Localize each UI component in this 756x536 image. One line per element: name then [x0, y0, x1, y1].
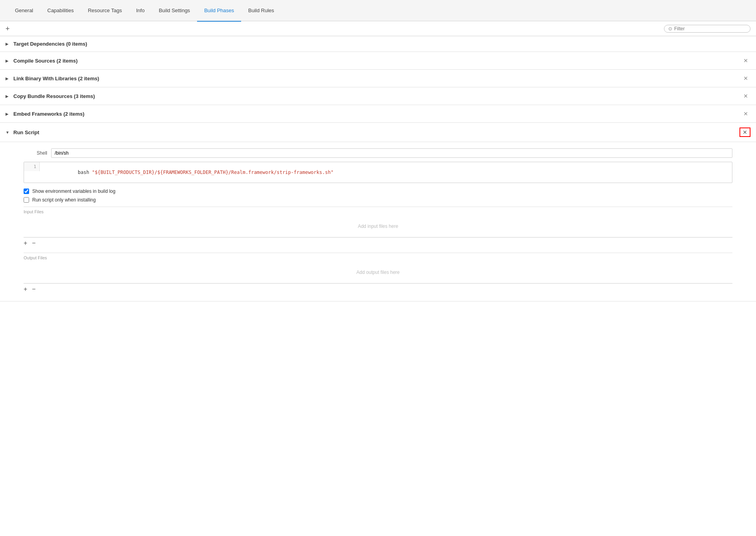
output-files-section: Output Files: [24, 253, 732, 260]
filter-box: ⊙: [664, 25, 750, 33]
remove-output-file-button[interactable]: −: [32, 286, 35, 292]
chevron-right-icon: ▶: [6, 94, 10, 98]
phase-row-link-binary[interactable]: ▶ Link Binary With Libraries (2 items) ✕: [0, 70, 756, 87]
add-phase-button[interactable]: +: [6, 25, 10, 32]
phase-row-copy-bundle[interactable]: ▶ Copy Bundle Resources (3 items) ✕: [0, 87, 756, 105]
close-link-binary-button[interactable]: ✕: [741, 74, 750, 82]
close-run-script-button[interactable]: ✕: [739, 128, 750, 137]
add-input-files-placeholder: Add input files here: [24, 216, 732, 237]
phase-title-copy-bundle: Copy Bundle Resources (3 items): [13, 93, 95, 99]
line-content-1: bash "${BUILT_PRODUCTS_DIR}/${FRAMEWORKS…: [40, 162, 732, 183]
phase-title-link-binary: Link Binary With Libraries (2 items): [13, 76, 99, 81]
phase-row-compile-sources[interactable]: ▶ Compile Sources (2 items) ✕: [0, 52, 756, 70]
chevron-right-icon: ▶: [6, 112, 10, 116]
run-only-installing-row[interactable]: Run script only when installing: [24, 197, 732, 203]
close-embed-frameworks-button[interactable]: ✕: [741, 110, 750, 118]
run-only-installing-label: Run script only when installing: [32, 197, 96, 203]
run-script-body: Shell 1 bash "${BUILT_PRODUCTS_DIR}/${FR…: [0, 142, 756, 301]
phase-title-target-deps: Target Dependencies (0 items): [13, 41, 87, 47]
remove-input-file-button[interactable]: −: [32, 240, 35, 246]
input-files-pm-controls: + −: [24, 237, 732, 249]
tab-build-rules[interactable]: Build Rules: [241, 0, 281, 22]
output-files-pm-controls: + −: [24, 283, 732, 295]
script-line-1: 1 bash "${BUILT_PRODUCTS_DIR}/${FRAMEWOR…: [24, 162, 732, 183]
output-files-label: Output Files: [24, 255, 732, 260]
input-files-label: Input Files: [24, 209, 732, 214]
code-string-arg: "${BUILT_PRODUCTS_DIR}/${FRAMEWORKS_FOLD…: [92, 170, 334, 175]
tab-build-phases[interactable]: Build Phases: [197, 0, 241, 22]
line-number-1: 1: [24, 162, 40, 171]
tab-capabilities[interactable]: Capabilities: [40, 0, 81, 22]
toolbar: + ⊙: [0, 21, 756, 36]
phase-title-compile-sources: Compile Sources (2 items): [13, 58, 77, 64]
shell-input[interactable]: [51, 148, 732, 158]
tab-general[interactable]: General: [8, 0, 40, 22]
tab-bar: General Capabilities Resource Tags Info …: [0, 0, 756, 21]
chevron-right-icon: ▶: [6, 42, 10, 46]
content-area: ▶ Target Dependencies (0 items) ▶ Compil…: [0, 36, 756, 301]
shell-row: Shell: [24, 148, 732, 158]
run-script-section: ▼ Run Script ✕ Shell 1 bash "${BUILT_PRO…: [0, 123, 756, 301]
show-env-vars-label: Show environment variables in build log: [32, 189, 115, 194]
run-script-title: Run Script: [13, 129, 39, 135]
show-env-vars-row[interactable]: Show environment variables in build log: [24, 189, 732, 194]
phase-row-embed-frameworks[interactable]: ▶ Embed Frameworks (2 items) ✕: [0, 105, 756, 123]
run-only-installing-checkbox[interactable]: [24, 197, 29, 203]
run-script-header[interactable]: ▼ Run Script ✕: [0, 123, 756, 142]
filter-icon: ⊙: [668, 26, 672, 31]
close-copy-bundle-button[interactable]: ✕: [741, 92, 750, 100]
input-files-section: Input Files: [24, 207, 732, 214]
chevron-right-icon: ▶: [6, 76, 10, 81]
tab-build-settings[interactable]: Build Settings: [152, 0, 197, 22]
code-bash-keyword: bash: [78, 170, 92, 175]
script-editor[interactable]: 1 bash "${BUILT_PRODUCTS_DIR}/${FRAMEWOR…: [24, 162, 732, 183]
tab-resource-tags[interactable]: Resource Tags: [81, 0, 129, 22]
tab-info[interactable]: Info: [129, 0, 152, 22]
chevron-right-icon: ▶: [6, 59, 10, 63]
add-output-files-placeholder: Add output files here: [24, 262, 732, 283]
show-env-vars-checkbox[interactable]: [24, 189, 29, 194]
close-compile-sources-button[interactable]: ✕: [741, 57, 750, 65]
chevron-down-icon: ▼: [6, 130, 10, 135]
phase-row-target-deps[interactable]: ▶ Target Dependencies (0 items): [0, 36, 756, 52]
phase-title-embed-frameworks: Embed Frameworks (2 items): [13, 111, 85, 117]
shell-label: Shell: [24, 150, 47, 156]
filter-input[interactable]: [674, 26, 746, 31]
add-output-file-button[interactable]: +: [24, 286, 27, 292]
add-input-file-button[interactable]: +: [24, 240, 27, 246]
